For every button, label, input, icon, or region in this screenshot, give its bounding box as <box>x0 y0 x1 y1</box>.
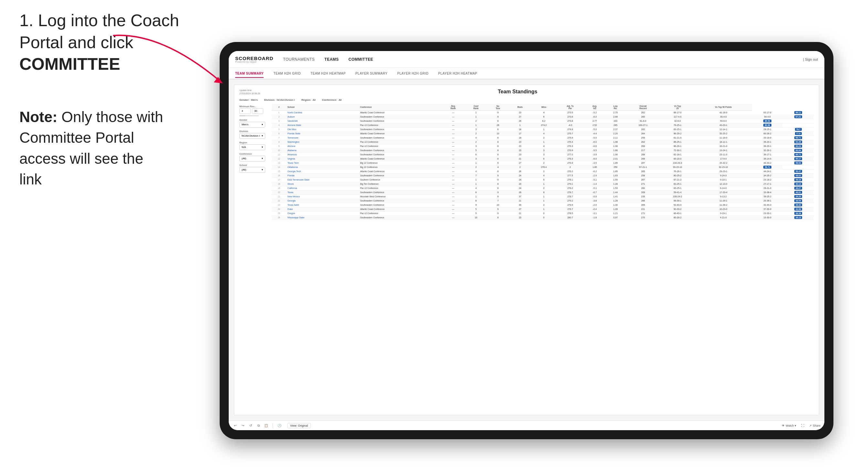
data-cell: 23 <box>508 111 532 115</box>
data-table: # School Conference RegRank ConfRank NoT… <box>272 104 814 220</box>
sub-nav-team-summary[interactable]: TEAM SUMMARY <box>235 70 264 78</box>
data-cell: 23 <box>508 144 532 148</box>
data-cell: 275.9 <box>556 136 584 140</box>
data-cell: 9 <box>488 115 508 119</box>
expand-icon[interactable]: ⛶ <box>800 423 805 428</box>
rank-cell: 2 <box>272 115 286 119</box>
data-cell: 1.98 <box>605 144 626 148</box>
score-cell: 38.42 <box>783 203 814 207</box>
undo-icon[interactable]: ↩ <box>232 423 238 428</box>
data-cell: 8 <box>488 152 508 157</box>
data-cell: 26 <box>508 119 532 123</box>
data-cell: 278.7 <box>556 190 584 194</box>
rank-cell: 3 <box>272 119 286 123</box>
data-cell: 21 <box>508 157 532 161</box>
conference-cell: Big 12 Conference <box>359 161 442 165</box>
data-cell: 1.85 <box>605 169 626 174</box>
data-cell: 262 <box>626 111 660 115</box>
data-cell: 9 <box>488 111 508 115</box>
data-cell: — <box>442 169 465 174</box>
table-row: 18IllinoisBig Ten Conference—18231279.1-… <box>272 182 814 186</box>
data-cell: -4.4 <box>584 131 606 136</box>
nav-teams[interactable]: TEAMS <box>324 56 339 63</box>
school-cell: Duke <box>286 207 359 211</box>
data-cell: — <box>442 203 465 207</box>
share-button[interactable]: ↗ Share <box>809 424 820 427</box>
data-cell: — <box>442 152 465 157</box>
data-cell: 280.7 <box>556 215 584 220</box>
data-cell: — <box>442 140 465 144</box>
division-dropdown[interactable]: NCAA Division I ▾ <box>239 133 265 139</box>
sub-nav-team-h2h-grid[interactable]: TEAM H2H GRID <box>273 70 301 77</box>
view-original-button[interactable]: View: Original <box>287 423 311 428</box>
rank-cell: 10 <box>272 148 286 152</box>
watch-button[interactable]: 👁 Watch ▾ <box>782 424 796 427</box>
rank-cell: 21 <box>272 194 286 198</box>
slider-bar[interactable] <box>239 115 259 116</box>
data-cell: 83-25-1 <box>660 186 695 190</box>
data-cell: 4 <box>488 165 508 169</box>
data-cell: 8 <box>488 119 508 123</box>
data-cell: 9-19-1 <box>695 211 752 215</box>
conference-cell: Mountain West Conference <box>359 194 442 198</box>
data-cell: 255 <box>626 136 660 140</box>
rank-cell: 19 <box>272 186 286 190</box>
data-cell: 27-17-1 <box>752 182 783 186</box>
score-cell: 78.7 <box>783 127 814 131</box>
data-cell: 1.41 <box>605 194 626 198</box>
data-cell: 23 <box>508 215 532 220</box>
sub-nav-team-h2h-heatmap[interactable]: TEAM H2H HEATMAP <box>310 70 346 77</box>
data-cell: 5 <box>465 207 488 211</box>
rank-cell: 13 <box>272 161 286 165</box>
sub-nav-player-summary[interactable]: PLAYER SUMMARY <box>355 70 387 77</box>
refresh-icon[interactable]: ↺ <box>248 423 253 428</box>
gender-dropdown[interactable]: Men's ▾ <box>239 122 265 128</box>
school-dropdown[interactable]: (All) ▾ <box>239 167 265 173</box>
data-cell: — <box>442 157 465 161</box>
data-cell: 1 <box>532 198 556 203</box>
min-value-input[interactable]: 4 <box>239 108 251 114</box>
eye-icon: 👁 <box>782 424 785 427</box>
data-cell: 5 <box>532 178 556 182</box>
score-cell: 38.54 <box>783 198 814 203</box>
sub-nav-player-h2h-grid[interactable]: PLAYER H2H GRID <box>397 70 429 77</box>
sign-out[interactable]: | Sign out <box>803 58 818 61</box>
data-cell: 29-15-1 <box>752 127 783 131</box>
school-cell: Arizona <box>286 144 359 148</box>
data-cell: 2 <box>465 131 488 136</box>
data-cell: 104-43-3 <box>660 161 695 165</box>
data-cell: 276.9 <box>556 161 584 165</box>
data-cell: 279.1 <box>556 182 584 186</box>
data-cell: 1.98 <box>605 140 626 144</box>
conference-dropdown[interactable]: (All) ▾ <box>239 156 265 161</box>
data-cell: 1.28 <box>605 182 626 186</box>
data-cell: -5.0 <box>584 127 606 131</box>
data-cell: 0 <box>532 215 556 220</box>
clock-icon[interactable]: 🕐 <box>277 423 282 428</box>
data-cell: — <box>442 194 465 198</box>
col-avg-sg: Avg.SG <box>584 104 606 111</box>
school-cell: Arizona State <box>286 123 359 127</box>
data-cell: 3 <box>465 157 488 161</box>
rank-cell: 14 <box>272 165 286 169</box>
conference-cell: Atlantic Coast Conference <box>359 131 442 136</box>
table-row: 15Georgia TechAtlantic Coast Conference—… <box>272 169 814 174</box>
data-cell: 278.5 <box>556 211 584 215</box>
data-cell: 4 <box>532 174 556 178</box>
data-cell: 273.5 <box>556 111 584 115</box>
paste-icon[interactable]: 📋 <box>264 423 269 428</box>
nav-committee[interactable]: COMMITTEE <box>348 56 373 63</box>
redo-icon[interactable]: ↪ <box>240 423 246 428</box>
region-dropdown[interactable]: N/A ▾ <box>239 144 265 150</box>
data-cell: 10-23-0 <box>695 207 752 211</box>
data-cell: 9-13-2 <box>695 194 752 198</box>
copy-icon[interactable]: ⧉ <box>256 423 261 428</box>
data-cell: 88-17-0 <box>660 111 695 115</box>
data-cell: 6 <box>465 152 488 157</box>
max-value-input[interactable]: 30 <box>252 108 263 114</box>
score-cell: 39.25 <box>783 194 814 198</box>
nav-tournaments[interactable]: TOURNAMENTS <box>283 56 315 63</box>
school-cell: Virginia <box>286 157 359 161</box>
sub-nav-player-h2h-heatmap[interactable]: PLAYER H2H HEATMAP <box>438 70 477 77</box>
data-cell: -2.9 <box>584 174 606 178</box>
